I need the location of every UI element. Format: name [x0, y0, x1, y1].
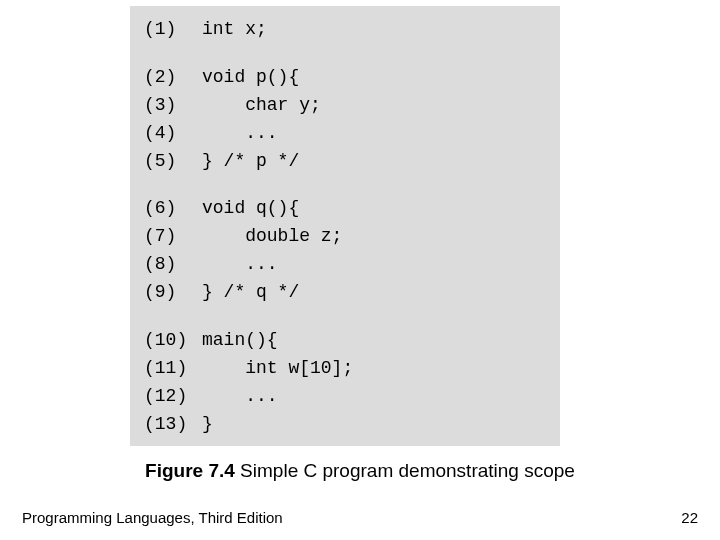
- line-number: (7): [144, 223, 202, 251]
- page-number: 22: [681, 509, 698, 526]
- line-number: (1): [144, 16, 202, 44]
- figure-number: Figure 7.4: [145, 460, 235, 481]
- line-number: (10): [144, 327, 202, 355]
- line-number: (5): [144, 148, 202, 176]
- line-number: (8): [144, 251, 202, 279]
- line-number: (9): [144, 279, 202, 307]
- blank-line: [144, 175, 546, 195]
- code-text: void q(){: [202, 195, 299, 223]
- code-text: void p(){: [202, 64, 299, 92]
- line-number: (6): [144, 195, 202, 223]
- line-number: (12): [144, 383, 202, 411]
- code-line: (9)} /* q */: [144, 279, 546, 307]
- code-listing: (1)int x;(2)void p(){(3) char y;(4) ...(…: [130, 6, 560, 446]
- code-text: ...: [202, 120, 278, 148]
- line-number: (4): [144, 120, 202, 148]
- blank-line: [144, 44, 546, 64]
- code-line: (6)void q(){: [144, 195, 546, 223]
- code-line: (8) ...: [144, 251, 546, 279]
- line-number: (2): [144, 64, 202, 92]
- code-line: (11) int w[10];: [144, 355, 546, 383]
- code-text: char y;: [202, 92, 321, 120]
- figure-caption-text: Simple C program demonstrating scope: [235, 460, 575, 481]
- code-line: (1)int x;: [144, 16, 546, 44]
- code-line: (5)} /* p */: [144, 148, 546, 176]
- code-text: }: [202, 411, 213, 439]
- code-text: double z;: [202, 223, 342, 251]
- code-text: ...: [202, 383, 278, 411]
- code-text: ...: [202, 251, 278, 279]
- code-text: int x;: [202, 16, 267, 44]
- code-line: (3) char y;: [144, 92, 546, 120]
- blank-line: [144, 307, 546, 327]
- line-number: (13): [144, 411, 202, 439]
- line-number: (3): [144, 92, 202, 120]
- code-text: main(){: [202, 327, 278, 355]
- slide-footer: Programming Languages, Third Edition 22: [22, 509, 698, 526]
- code-line: (13)}: [144, 411, 546, 439]
- code-text: } /* p */: [202, 148, 299, 176]
- figure-caption: Figure 7.4 Simple C program demonstratin…: [0, 460, 720, 482]
- code-line: (2)void p(){: [144, 64, 546, 92]
- code-text: int w[10];: [202, 355, 353, 383]
- line-number: (11): [144, 355, 202, 383]
- code-line: (4) ...: [144, 120, 546, 148]
- code-text: } /* q */: [202, 279, 299, 307]
- code-line: (7) double z;: [144, 223, 546, 251]
- book-title: Programming Languages, Third Edition: [22, 509, 283, 526]
- code-line: (12) ...: [144, 383, 546, 411]
- code-line: (10)main(){: [144, 327, 546, 355]
